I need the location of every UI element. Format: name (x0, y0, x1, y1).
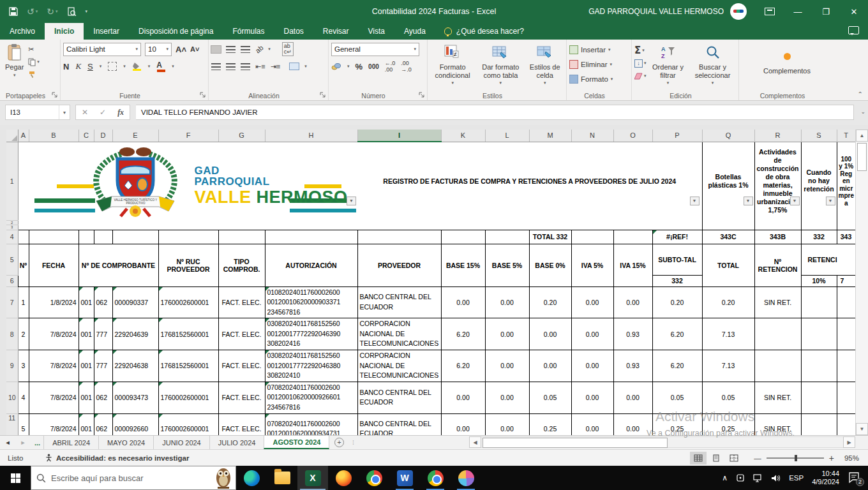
wrap-text-icon[interactable]: abc↵ (282, 42, 294, 56)
decrease-decimal-icon[interactable]: .00→.0 (401, 60, 412, 73)
taskbar-paint[interactable] (451, 466, 481, 490)
cell[interactable]: 0.00 (441, 413, 485, 435)
increase-decimal-icon[interactable]: ←.0.00 (385, 60, 396, 73)
column-header-selected[interactable]: I (357, 130, 441, 142)
cell[interactable]: 0.05 (652, 382, 702, 413)
cell[interactable] (79, 230, 94, 244)
tab-insertar[interactable]: Insertar (84, 23, 129, 40)
cell[interactable] (801, 286, 837, 318)
alignment-dialog-launcher[interactable] (320, 92, 326, 98)
cell[interactable]: 0.00 (529, 318, 571, 350)
cell[interactable]: 0.00 (485, 382, 529, 413)
filter-dropdown-icon[interactable]: ▼ (347, 197, 356, 205)
enter-icon[interactable]: ✓ (94, 108, 112, 117)
report-title-cell[interactable]: REGISTRO DE FACTURAS DE COMPRA Y RETENCI… (357, 142, 702, 220)
redo-icon[interactable]: ↻▾ (47, 6, 57, 17)
cell[interactable]: BASE 0% (529, 244, 571, 286)
cell[interactable]: SIN RET. (754, 382, 801, 413)
cell[interactable]: 777 (94, 350, 112, 382)
number-dialog-launcher[interactable] (419, 92, 425, 98)
align-top-icon[interactable] (211, 46, 221, 53)
cell[interactable] (837, 350, 855, 382)
comma-style-button[interactable]: 000 (368, 63, 379, 70)
cell[interactable]: 03082024011768152560 0012001777229204639… (265, 318, 357, 350)
cell[interactable]: 3 (18, 350, 29, 382)
sheet-tab-junio[interactable]: JUNIO 2024 (153, 436, 210, 449)
select-all-corner[interactable] (6, 130, 18, 142)
scroll-up-icon[interactable]: ▲ (856, 130, 868, 142)
cell[interactable]: 7/8/2024 (29, 318, 79, 350)
cell[interactable] (702, 220, 754, 225)
clipboard-dialog-launcher[interactable] (52, 92, 58, 98)
cell[interactable]: FACT. ELEC. (218, 413, 265, 435)
cell[interactable]: TOTAL 332 (529, 230, 571, 244)
column-header[interactable]: B (29, 130, 79, 142)
tab-splitter[interactable]: ⁞ (348, 436, 357, 449)
cell[interactable] (837, 382, 855, 413)
cell[interactable]: 0.05 (529, 382, 571, 413)
increase-indent-icon[interactable]: ⇥≡ (271, 63, 281, 71)
cell[interactable] (801, 350, 837, 382)
next-sheet-icon[interactable]: ▸ (15, 436, 31, 449)
cell[interactable]: 1768152560001 (158, 318, 218, 350)
cell[interactable]: FACT. ELEC. (218, 382, 265, 413)
merge-center-icon[interactable] (289, 63, 299, 70)
tab-archivo[interactable]: Archivo (0, 23, 45, 40)
format-as-table-button[interactable]: Dar formato como tabla▾ (477, 41, 524, 91)
account-avatar[interactable] (730, 3, 747, 20)
cell[interactable] (485, 230, 529, 244)
cell[interactable]: 343B (754, 230, 801, 244)
cell[interactable]: 343 (837, 230, 855, 244)
cell[interactable]: 1/8/2024 (29, 286, 79, 318)
cell[interactable]: FACT. ELEC. (218, 318, 265, 350)
cell[interactable]: FACT. ELEC. (218, 350, 265, 382)
conditional-formatting-button[interactable]: ≠ Formato condicional▾ (430, 41, 475, 91)
row-header[interactable]: 6 (6, 275, 18, 286)
cell[interactable]: BANCO CENTRAL DEL ECUADOR (357, 382, 441, 413)
comments-icon[interactable] (848, 26, 859, 34)
tray-pen-icon[interactable] (736, 473, 745, 482)
cell[interactable]: 0.00 (485, 286, 529, 318)
cell[interactable]: 0.00 (571, 413, 613, 435)
cell[interactable]: 062 (94, 413, 112, 435)
cell[interactable] (801, 382, 837, 413)
row-header[interactable]: 1 (6, 142, 18, 220)
zoom-in-icon[interactable]: + (829, 453, 834, 463)
cell[interactable] (801, 413, 837, 435)
new-sheet-button[interactable]: + (329, 436, 348, 449)
row-header[interactable]: 4 (6, 230, 18, 244)
cell[interactable]: CORPORACION NACIONAL DE TELECOMUNICACION… (357, 350, 441, 382)
format-cells-button[interactable]: Formato▾ (569, 73, 629, 85)
column-header[interactable]: P (652, 130, 702, 142)
cell[interactable]: 0.25 (529, 413, 571, 435)
cell[interactable]: 001 (79, 318, 94, 350)
cell[interactable]: 0.00 (571, 318, 613, 350)
cell[interactable]: 0.00 (529, 350, 571, 382)
cell[interactable] (571, 230, 613, 244)
cell[interactable]: 343C (702, 230, 754, 244)
column-header[interactable]: H (265, 130, 357, 142)
column-header[interactable]: S (801, 130, 837, 142)
vertical-scroll-thumb[interactable] (857, 143, 867, 171)
tab-inicio[interactable]: Inicio (45, 23, 84, 40)
cell[interactable]: 000093473 (112, 382, 158, 413)
row-header[interactable]: 9 (6, 350, 18, 382)
cell[interactable]: 6.20 (441, 318, 485, 350)
more-sheets-button[interactable]: ... (31, 436, 44, 449)
column-header[interactable]: D (94, 130, 112, 142)
cell[interactable]: 1760002600001 (158, 413, 218, 435)
format-painter-icon[interactable] (28, 70, 40, 80)
cell[interactable]: 1768152560001 (158, 350, 218, 382)
column-header[interactable]: Q (702, 130, 754, 142)
copy-icon[interactable]: ▾ (28, 57, 40, 67)
restore-button[interactable]: ❐ (812, 0, 840, 23)
cell[interactable]: 07082024011760002600 0012001062000093473… (265, 413, 357, 435)
cell[interactable]: Nº RUC PROVEEDOR (158, 244, 218, 286)
account-name[interactable]: GAD PARROQUIAL VALLE HERMOSO (588, 7, 724, 16)
scroll-left-icon[interactable]: ◀ (469, 436, 481, 448)
tab-ayuda[interactable]: Ayuda (394, 23, 435, 40)
accessibility-status[interactable]: Accesibilidad: es necesario investigar (45, 454, 189, 462)
page-break-view-icon[interactable] (726, 452, 742, 464)
taskbar-firefox[interactable] (328, 466, 359, 490)
filter-dropdown-icon[interactable]: ▼ (690, 197, 700, 205)
